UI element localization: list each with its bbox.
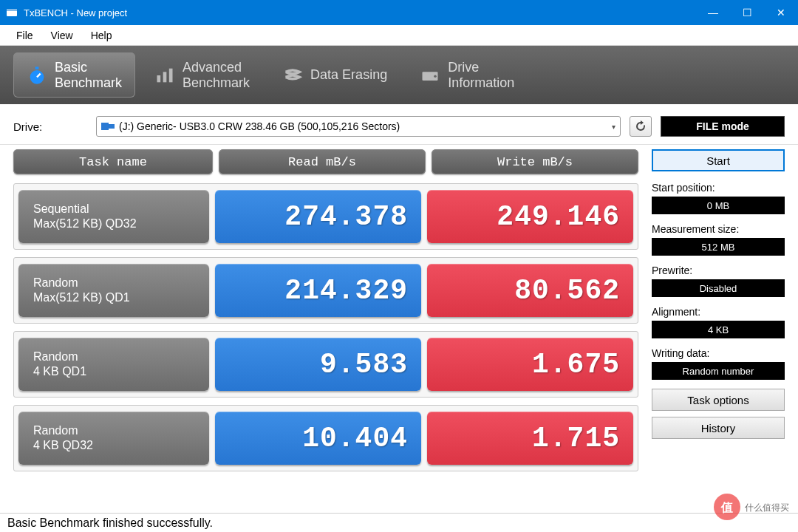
tab-drive-information[interactable]: DriveInformation [406, 52, 528, 98]
read-value: 274.378 [284, 201, 408, 233]
bench-row: RandomMax(512 KB) QD1 214.329 80.562 [13, 257, 638, 324]
write-value: 249.146 [497, 201, 620, 233]
drive-select[interactable]: (J:) Generic- USB3.0 CRW 238.46 GB (500,… [96, 116, 621, 137]
write-value: 80.562 [514, 275, 620, 307]
writing-data-label: Writing data: [652, 347, 785, 359]
svg-rect-10 [101, 123, 109, 130]
read-cell[interactable]: 214.329 [215, 264, 421, 317]
refresh-button[interactable] [630, 116, 652, 137]
barchart-icon [154, 65, 175, 86]
task-line1: Random [33, 424, 78, 437]
svg-rect-6 [163, 72, 167, 82]
tabstrip: BasicBenchmark AdvancedBenchmark Data Er… [0, 46, 798, 104]
close-button[interactable]: ✕ [764, 0, 798, 25]
menu-help[interactable]: Help [82, 27, 121, 44]
task-line2: 4 KB QD1 [33, 365, 86, 378]
task-line2: Max(512 KB) QD32 [33, 217, 137, 230]
writing-data-value[interactable]: Random number [652, 362, 785, 380]
side-panel: Start Start position:0 MB Measurement si… [652, 149, 785, 479]
task-line2: 4 KB QD32 [33, 439, 93, 451]
tab-label: Benchmark [55, 75, 122, 90]
content: Task name Read mB/s Write mB/s Sequentia… [0, 145, 798, 479]
chevron-down-icon: ▾ [612, 123, 615, 131]
titlebar: TxBENCH - New project — ☐ ✕ [0, 0, 798, 25]
measurement-size-value[interactable]: 512 MB [652, 238, 785, 256]
task-line1: Random [33, 350, 78, 363]
task-line1: Random [33, 276, 78, 289]
svg-text:什么值得买: 什么值得买 [744, 502, 789, 513]
task-options-button[interactable]: Task options [652, 389, 785, 411]
drive-icon [420, 65, 440, 86]
task-cell[interactable]: SequentialMax(512 KB) QD32 [18, 190, 209, 243]
menu-view[interactable]: View [42, 27, 82, 44]
bench-row: Random4 KB QD1 9.583 1.675 [13, 331, 638, 398]
write-value: 1.675 [532, 349, 620, 381]
tab-advanced-benchmark[interactable]: AdvancedBenchmark [141, 52, 263, 98]
svg-text:值: 值 [720, 501, 733, 514]
status-text: Basic Benchmark finished successfully. [7, 516, 213, 530]
benchmark-panel: Task name Read mB/s Write mB/s Sequentia… [13, 149, 638, 479]
svg-rect-5 [157, 75, 161, 82]
status-bar: Basic Benchmark finished successfully. [0, 513, 798, 532]
prewrite-label: Prewrite: [652, 265, 785, 276]
read-cell[interactable]: 274.378 [215, 190, 421, 243]
tab-label: Advanced [183, 60, 242, 75]
read-value: 10.404 [302, 423, 408, 454]
prewrite-value[interactable]: Disabled [652, 279, 785, 297]
tab-label: Drive [448, 60, 479, 75]
drive-row: Drive: (J:) Generic- USB3.0 CRW 238.46 G… [0, 104, 798, 145]
task-line1: Sequential [33, 202, 89, 215]
bench-row: SequentialMax(512 KB) QD32 274.378 249.1… [13, 183, 638, 250]
svg-rect-7 [169, 68, 173, 82]
tab-basic-benchmark[interactable]: BasicBenchmark [13, 52, 135, 98]
svg-rect-3 [35, 66, 39, 69]
tab-data-erasing[interactable]: Data Erasing [269, 58, 400, 93]
tab-label: Basic [55, 60, 87, 75]
header-read: Read mB/s [219, 149, 426, 174]
drive-selected: (J:) Generic- USB3.0 CRW 238.46 GB (500,… [119, 120, 400, 132]
write-cell[interactable]: 1.715 [427, 412, 633, 465]
stopwatch-icon [27, 65, 47, 86]
tab-label: Data Erasing [310, 67, 387, 82]
svg-point-9 [434, 75, 437, 78]
start-position-label: Start position: [652, 182, 785, 194]
start-button[interactable]: Start [652, 149, 785, 171]
tab-label: Information [448, 75, 514, 90]
alignment-label: Alignment: [652, 306, 785, 318]
header-task: Task name [13, 149, 213, 174]
maximize-button[interactable]: ☐ [730, 0, 764, 25]
read-value: 9.583 [320, 349, 408, 381]
window-buttons: — ☐ ✕ [696, 0, 798, 25]
drive-label: Drive: [13, 120, 87, 133]
device-icon [101, 121, 115, 132]
svg-rect-1 [7, 9, 17, 11]
task-cell[interactable]: RandomMax(512 KB) QD1 [18, 264, 209, 317]
write-cell[interactable]: 80.562 [427, 264, 633, 317]
refresh-icon [635, 120, 647, 132]
header-write: Write mB/s [432, 149, 638, 174]
app-icon [6, 7, 18, 18]
write-value: 1.715 [532, 423, 620, 454]
bench-row: Random4 KB QD32 10.404 1.715 [13, 405, 638, 471]
task-cell[interactable]: Random4 KB QD1 [18, 338, 209, 391]
alignment-value[interactable]: 4 KB [652, 321, 785, 338]
erase-icon [282, 65, 303, 86]
read-cell[interactable]: 9.583 [215, 338, 421, 391]
file-mode-button[interactable]: FILE mode [661, 116, 785, 137]
menubar: File View Help [0, 25, 798, 46]
read-cell[interactable]: 10.404 [215, 412, 421, 465]
menu-file[interactable]: File [7, 27, 42, 44]
task-cell[interactable]: Random4 KB QD32 [18, 412, 209, 465]
tab-label: Benchmark [183, 75, 250, 90]
read-value: 214.329 [284, 275, 408, 307]
write-cell[interactable]: 249.146 [427, 190, 633, 243]
history-button[interactable]: History [652, 417, 785, 439]
measurement-size-label: Measurement size: [652, 223, 785, 235]
watermark: 值 什么值得买 [712, 492, 794, 525]
start-position-value[interactable]: 0 MB [652, 197, 785, 214]
window-title: TxBENCH - New project [24, 7, 696, 18]
minimize-button[interactable]: — [696, 0, 730, 25]
svg-rect-11 [109, 124, 115, 129]
task-line2: Max(512 KB) QD1 [33, 291, 130, 304]
write-cell[interactable]: 1.675 [427, 338, 633, 391]
